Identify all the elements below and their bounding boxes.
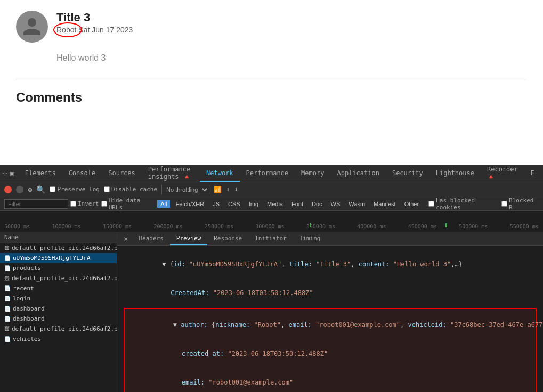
preview-tabs-bar: × Headers Preview Response Initiator Tim…: [117, 232, 543, 246]
tab-sources[interactable]: Sources: [102, 165, 142, 182]
tab-memory[interactable]: Memory: [295, 165, 330, 182]
devtools-tabs-bar: ⊹ ▣ Elements Console Sources Performance…: [0, 165, 543, 182]
download-icon[interactable]: ⬇: [234, 186, 238, 193]
file-icon-9: 🖼: [4, 326, 10, 332]
name-header: Name: [0, 232, 117, 243]
search-icon[interactable]: 🔍: [36, 185, 45, 194]
file-item-3[interactable]: 📄 products: [0, 263, 117, 273]
page-area: Title 3 Robot Sat Jun 17 2023 Hello worl…: [0, 0, 543, 165]
tab-security[interactable]: Security: [386, 165, 429, 182]
filter-img-btn[interactable]: Img: [246, 200, 262, 208]
file-name-4: default_profile_pic.24d66af2.png: [12, 275, 117, 282]
blocked-r-text: Blocked R: [509, 197, 539, 211]
tab-console[interactable]: Console: [62, 165, 102, 182]
tab-initiator[interactable]: Initiator: [248, 233, 293, 245]
filter-font-btn[interactable]: Font: [288, 200, 306, 208]
throttle-select[interactable]: No throttling: [161, 185, 209, 194]
preview-content: ▼ {id: "uUYm5oMD59SHxRjgfYLJrA", title: …: [117, 246, 543, 392]
tab-headers[interactable]: Headers: [132, 233, 169, 245]
avatar-icon: [21, 16, 43, 37]
file-icon-10: 📄: [4, 336, 11, 342]
preserve-log-label[interactable]: Preserve log: [50, 186, 99, 193]
author-block: ▼ author: {nickname: "Robot", email: "ro…: [124, 308, 537, 392]
tab-elements[interactable]: Elements: [19, 165, 62, 182]
file-icon-8: 📄: [4, 316, 11, 322]
filter-doc-btn[interactable]: Doc: [309, 200, 326, 208]
stop-button[interactable]: [16, 186, 23, 193]
post-date: Sat Jun 17 2023: [78, 26, 133, 34]
file-item-1[interactable]: 🖼 default_profile_pic.24d66af2.png: [0, 243, 117, 253]
json-summary: ▼ {id: "uUYm5oMD59SHxRjgfYLJrA", title: …: [124, 250, 537, 279]
json-created-at: CreatedAt: "2023-06-18T03:50:12.488Z": [124, 279, 537, 307]
filter-fetch-xhr-btn[interactable]: Fetch/XHR: [172, 200, 207, 208]
record-button[interactable]: [4, 186, 12, 193]
tab-lighthouse[interactable]: Lighthouse: [429, 165, 481, 182]
file-icon-3: 📄: [4, 265, 11, 271]
disable-cache-text: Disable cache: [111, 186, 157, 193]
filter-media-btn[interactable]: Media: [264, 200, 286, 208]
hide-data-urls-label[interactable]: Hide data URLs: [101, 197, 155, 211]
tab-performance[interactable]: Performance: [240, 165, 295, 182]
timeline-bar-2: [445, 223, 447, 227]
filter-css-btn[interactable]: CSS: [225, 200, 244, 208]
invert-label[interactable]: Invert: [70, 200, 99, 207]
filter-manifest-btn[interactable]: Manifest: [370, 200, 399, 208]
panel-close[interactable]: ×: [119, 232, 132, 245]
filter-all-btn[interactable]: All: [157, 200, 170, 208]
tl-label-6: 300000 ms: [255, 224, 284, 230]
disable-cache-label[interactable]: Disable cache: [104, 186, 157, 193]
disable-cache-checkbox[interactable]: [104, 186, 110, 192]
post-content: Hello world 3: [56, 53, 527, 63]
cursor-icon[interactable]: ⊹: [2, 169, 8, 177]
filter-wasm-btn[interactable]: Wasm: [345, 200, 368, 208]
timeline-area: 50000 ms 100000 ms 150000 ms 200000 ms 2…: [0, 211, 543, 232]
wifi-icon[interactable]: 📶: [214, 186, 222, 193]
hide-data-urls-checkbox[interactable]: [101, 201, 107, 207]
timeline-labels: 50000 ms 100000 ms 150000 ms 200000 ms 2…: [4, 224, 539, 230]
filter-js-btn[interactable]: JS: [209, 200, 223, 208]
file-item-5[interactable]: 📄 recent: [0, 283, 117, 293]
invert-checkbox[interactable]: [70, 201, 76, 207]
network-toolbar: ⊛ 🔍 Preserve log Disable cache No thrott…: [0, 182, 543, 197]
tab-more[interactable]: E: [524, 165, 541, 182]
device-icon[interactable]: ▣: [10, 169, 14, 177]
avatar: [16, 11, 48, 43]
json-author-summary: ▼ author: {nickname: "Robot", email: "ro…: [127, 311, 533, 339]
filter-icon[interactable]: ⊛: [28, 185, 32, 194]
file-item-4[interactable]: 🖼 default_profile_pic.24d66af2.png: [0, 273, 117, 283]
blocked-r-checkbox[interactable]: [501, 201, 507, 207]
file-item-6[interactable]: 📄 login: [0, 293, 117, 304]
file-name-7: dashboard: [13, 305, 45, 312]
file-icon-7: 📄: [4, 306, 11, 312]
tl-label-5: 250000 ms: [205, 224, 233, 230]
post-meta: Title 3 Robot Sat Jun 17 2023: [56, 11, 133, 34]
file-icon-6: 📄: [4, 296, 11, 301]
tab-recorder[interactable]: Recorder 🔺: [481, 165, 524, 182]
post-title: Title 3: [56, 11, 133, 24]
tab-application[interactable]: Application: [330, 165, 385, 182]
file-item-7[interactable]: 📄 dashboard: [0, 304, 117, 314]
tab-timing[interactable]: Timing: [293, 233, 327, 245]
timeline-bar-1: [310, 223, 311, 227]
file-item-10[interactable]: 📄 vehicles: [0, 334, 117, 344]
tab-response[interactable]: Response: [207, 233, 248, 245]
devtools: ⊹ ▣ Elements Console Sources Performance…: [0, 165, 543, 392]
file-item-9[interactable]: 🖼 default_profile_pic.24d66af2.png: [0, 324, 117, 334]
file-icon-2: 📄: [4, 255, 11, 261]
has-blocked-cookies-label[interactable]: Has blocked cookies: [428, 197, 499, 211]
file-item-8[interactable]: 📄 dashboard: [0, 314, 117, 324]
blocked-r-label[interactable]: Blocked R: [501, 197, 539, 211]
tl-label-8: 400000 ms: [357, 224, 386, 230]
file-item-2[interactable]: 📄 uUYm5oMD59SHxRjgfYLJrA: [0, 253, 117, 263]
upload-icon[interactable]: ⬆: [226, 186, 230, 193]
tab-performance-insights[interactable]: Performance insights 🔺: [142, 165, 200, 182]
tab-preview[interactable]: Preview: [170, 233, 207, 245]
preserve-log-checkbox[interactable]: [50, 186, 55, 192]
file-name-10: vehicles: [13, 336, 41, 342]
filter-input[interactable]: [4, 199, 68, 209]
has-blocked-cookies-checkbox[interactable]: [428, 201, 434, 207]
tab-network[interactable]: Network: [200, 165, 240, 182]
filter-ws-btn[interactable]: WS: [328, 200, 344, 208]
file-sidebar: Name 🖼 default_profile_pic.24d66af2.png …: [0, 232, 117, 392]
filter-other-btn[interactable]: Other: [401, 200, 423, 208]
